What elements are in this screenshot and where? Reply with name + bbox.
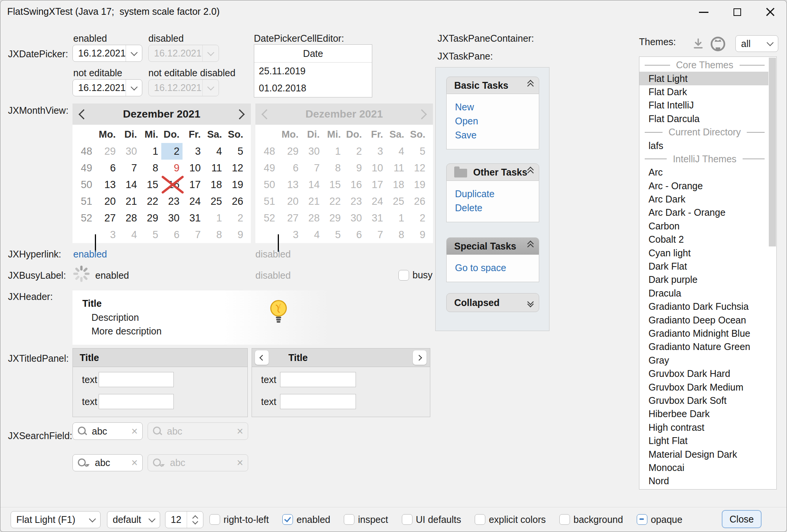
- day-cell[interactable]: 23: [161, 193, 183, 210]
- checkbox-box[interactable]: [398, 270, 409, 281]
- minimize-button[interactable]: [692, 3, 715, 21]
- day-cell[interactable]: 24: [183, 193, 204, 210]
- checkbox-inspect[interactable]: inspect: [344, 514, 388, 525]
- day-cell[interactable]: 29: [140, 210, 161, 226]
- clear-icon[interactable]: ×: [131, 457, 138, 468]
- day-cell[interactable]: 17: [183, 176, 204, 193]
- day-cell[interactable]: 2: [225, 210, 246, 226]
- theme-item[interactable]: Arc Dark - Orange: [639, 206, 768, 219]
- maximize-button[interactable]: [726, 3, 749, 21]
- task-link[interactable]: New: [455, 100, 539, 114]
- checkbox-box[interactable]: [209, 514, 220, 525]
- day-cell[interactable]: 11: [204, 160, 225, 176]
- text-input[interactable]: [99, 394, 174, 409]
- theme-item[interactable]: Flat Darcula: [639, 112, 768, 126]
- theme-item[interactable]: Dark Flat: [639, 260, 768, 273]
- day-cell[interactable]: 5: [225, 143, 246, 160]
- theme-item[interactable]: Gradianto Nature Green: [639, 340, 768, 353]
- text-input[interactable]: [280, 394, 356, 409]
- theme-item[interactable]: Monocai: [639, 461, 768, 474]
- collapse-chevron-icon[interactable]: [528, 300, 533, 305]
- dropdown-button[interactable]: [126, 45, 142, 61]
- search-field-enabled[interactable]: abc ×: [72, 422, 143, 440]
- theme-item[interactable]: Gray: [639, 354, 768, 367]
- checkbox-box[interactable]: [344, 514, 354, 525]
- day-cell[interactable]: 10: [183, 160, 204, 176]
- theme-item[interactable]: Dark purple: [639, 273, 768, 286]
- checkbox-box[interactable]: [559, 514, 570, 525]
- day-cell[interactable]: 6: [161, 226, 183, 243]
- day-cell[interactable]: 21: [119, 193, 140, 210]
- checkbox-box[interactable]: [637, 514, 647, 525]
- theme-item[interactable]: Gruvbox Dark Soft: [639, 394, 768, 407]
- checkbox-opaque[interactable]: opaque: [637, 514, 682, 525]
- themes-filter-combo[interactable]: all: [735, 35, 778, 52]
- theme-item[interactable]: Flat Light: [639, 72, 768, 85]
- day-cell[interactable]: 12: [225, 160, 246, 176]
- day-cell[interactable]: 2: [161, 143, 183, 160]
- collapse-chevron-icon[interactable]: [528, 82, 533, 88]
- day-cell[interactable]: 5: [140, 226, 161, 243]
- datepicker-cell-editor-table[interactable]: Date 25.11.2019 01.02.2018: [254, 44, 372, 97]
- day-cell[interactable]: 25: [204, 193, 225, 210]
- day-cell[interactable]: 9: [161, 160, 183, 176]
- day-cell[interactable]: 27: [98, 210, 119, 226]
- font-size-spinner[interactable]: 12: [165, 511, 203, 528]
- day-cell[interactable]: 19: [225, 176, 246, 193]
- theme-item[interactable]: Arc Dark: [639, 193, 768, 206]
- day-cell[interactable]: 29: [98, 143, 119, 160]
- task-link[interactable]: Delete: [455, 201, 539, 215]
- day-cell[interactable]: 3: [98, 226, 119, 243]
- search-field-menu-enabled[interactable]: abc ×: [72, 454, 143, 471]
- text-input[interactable]: [280, 372, 356, 387]
- day-cell[interactable]: 4: [204, 143, 225, 160]
- day-cell[interactable]: 15: [140, 176, 161, 193]
- download-icon[interactable]: [691, 37, 705, 51]
- theme-item[interactable]: Gruvbox Dark Medium: [639, 380, 768, 394]
- day-cell[interactable]: 30: [119, 143, 140, 160]
- hyperlink-enabled[interactable]: enabled: [73, 249, 107, 260]
- theme-item[interactable]: Gradianto Dark Fuchsia: [639, 300, 768, 313]
- day-cell[interactable]: 4: [119, 226, 140, 243]
- theme-item[interactable]: Dracula: [639, 287, 768, 300]
- busy-checkbox[interactable]: busy: [398, 270, 433, 281]
- day-cell[interactable]: 14: [119, 176, 140, 193]
- close-button[interactable]: Close: [722, 510, 762, 528]
- theme-item[interactable]: Flat IntelliJ: [639, 99, 768, 112]
- task-group-header[interactable]: Collapsed: [446, 293, 539, 312]
- search-menu-icon[interactable]: [77, 458, 90, 468]
- task-link[interactable]: Save: [455, 128, 539, 142]
- day-cell[interactable]: 7: [119, 160, 140, 176]
- day-cell[interactable]: 1: [204, 210, 225, 226]
- day-cell[interactable]: 20: [98, 193, 119, 210]
- day-cell[interactable]: 31: [183, 210, 204, 226]
- checkbox-explicit-colors[interactable]: explicit colors: [475, 514, 546, 525]
- checkbox-right-to-left[interactable]: right-to-left: [209, 514, 269, 525]
- checkbox-enabled[interactable]: enabled: [282, 514, 330, 525]
- monthview-enabled[interactable]: Dezember 2021 Mo.Di.Mi.Do.Fr.Sa.So.48293…: [72, 104, 251, 243]
- checkbox-box[interactable]: [402, 514, 412, 525]
- day-cell[interactable]: 6: [98, 160, 119, 176]
- font-combo[interactable]: default: [107, 511, 160, 528]
- task-group-header[interactable]: Special Tasks: [446, 237, 539, 255]
- prev-button[interactable]: [255, 350, 269, 365]
- table-row[interactable]: 25.11.2019: [254, 63, 372, 80]
- day-cell[interactable]: 18: [204, 176, 225, 193]
- next-button[interactable]: [413, 350, 427, 365]
- day-cell[interactable]: 30: [161, 210, 183, 226]
- task-group-header[interactable]: Other Tasks: [446, 163, 539, 181]
- dropdown-button[interactable]: [126, 80, 142, 96]
- checkbox-UI-defaults[interactable]: UI defaults: [402, 514, 461, 525]
- github-icon[interactable]: [709, 35, 727, 53]
- day-cell[interactable]: 8: [204, 226, 225, 243]
- theme-item[interactable]: lafs: [639, 139, 768, 152]
- checkbox-background[interactable]: background: [559, 514, 623, 525]
- task-link[interactable]: Open: [455, 114, 539, 128]
- clear-icon[interactable]: ×: [131, 426, 138, 437]
- previous-month-icon[interactable]: [79, 109, 89, 119]
- day-cell[interactable]: 16: [161, 176, 183, 193]
- theme-item[interactable]: Gruvbox Dark Hard: [639, 367, 768, 380]
- scrollbar-thumb[interactable]: [769, 58, 776, 246]
- text-input[interactable]: [99, 372, 174, 387]
- day-cell[interactable]: 7: [183, 226, 204, 243]
